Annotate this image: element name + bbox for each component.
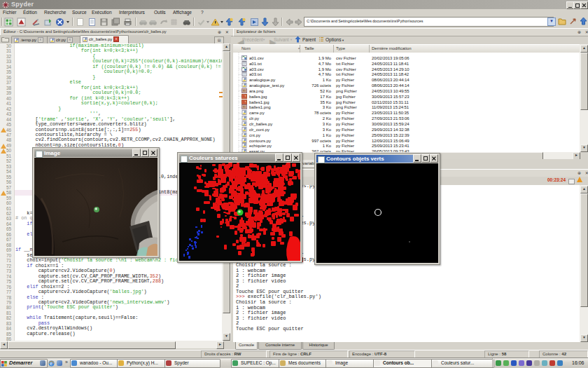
svg-text:e: e	[50, 360, 52, 365]
